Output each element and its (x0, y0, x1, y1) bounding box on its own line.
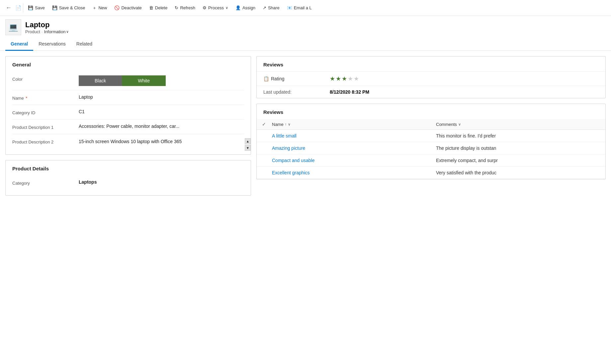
product-desc1-row: Product Description 1 Accessories: Power… (12, 120, 244, 134)
delete-button[interactable]: 🗑 Delete (146, 3, 171, 12)
star-2: ★ (336, 75, 341, 82)
toolbar-divider-1 (23, 3, 23, 13)
save-button[interactable]: 💾 Save (25, 3, 48, 12)
back-button[interactable]: ← (3, 2, 15, 14)
review-name-link[interactable]: Excellent graphics (272, 170, 436, 175)
check-icon: ✓ (262, 122, 266, 127)
review-name-link[interactable]: Amazing picture (272, 145, 436, 151)
process-chevron-icon: ∨ (225, 6, 228, 10)
reviews-summary-card: Reviews 📋 Rating ★ ★ ★ ★ ★ Last (256, 56, 606, 98)
reviews-table-header: ✓ Name ↑ ∨ Comments ∨ (257, 119, 605, 130)
product-details-title: Product Details (6, 160, 251, 175)
save-close-icon: 💾 (52, 5, 57, 10)
name-sort-asc-icon[interactable]: ↑ (285, 122, 287, 126)
rating-stars: ★ ★ ★ ★ ★ (330, 75, 599, 82)
assign-button[interactable]: 👤 Assign (232, 3, 259, 12)
scroll-up-button[interactable]: ▲ (245, 138, 251, 144)
category-id-label: Category ID (12, 109, 79, 115)
toolbar: ← 📄 💾 Save 💾 Save & Close ＋ New 🚫 Deacti… (0, 0, 611, 16)
left-panel: General Color Black White Name (5, 56, 251, 196)
reviews-table-card: Reviews ✓ Name ↑ ∨ Comments ∨ A litt (256, 104, 606, 179)
deactivate-button[interactable]: 🚫 Deactivate (111, 3, 145, 12)
star-3: ★ (342, 75, 347, 82)
header-comments: Comments ∨ (436, 122, 600, 127)
back-icon: ← (6, 4, 12, 11)
breadcrumb-chevron-icon: ∨ (66, 30, 69, 34)
process-icon: ⚙ (203, 5, 207, 10)
review-name-link[interactable]: Compact and usable (272, 158, 436, 163)
color-toggle: Black White (79, 75, 244, 86)
product-details-card: Product Details Category Laptops (5, 160, 251, 196)
general-form: Color Black White Name * Laptop (6, 71, 251, 154)
review-row-item: Compact and usable Extremely compact, an… (257, 154, 605, 167)
category-id-value: C1 (79, 109, 244, 114)
name-sort-desc-icon[interactable]: ∨ (288, 122, 291, 127)
name-value[interactable]: Laptop (79, 94, 244, 100)
refresh-button[interactable]: ↻ Refresh (171, 3, 199, 12)
name-label: Name * (12, 94, 79, 101)
stars-display: ★ ★ ★ ★ ★ (330, 75, 599, 82)
deactivate-label: Deactivate (121, 5, 141, 10)
general-card-title: General (6, 56, 251, 71)
email-icon: 📧 (287, 5, 292, 10)
color-value: Black White (79, 75, 244, 86)
name-required: * (26, 96, 27, 101)
comments-sort-desc-icon[interactable]: ∨ (458, 122, 461, 127)
review-comments: Very satisfied with the produc (436, 170, 600, 175)
reviews-table-body: A little small This monitor is fine. I'd… (257, 130, 605, 179)
color-black-button[interactable]: Black (79, 75, 122, 86)
tabs: General Reservations Related (0, 38, 611, 51)
product-desc1-label: Product Description 1 (12, 124, 79, 130)
save-close-button[interactable]: 💾 Save & Close (49, 3, 89, 12)
tab-related[interactable]: Related (71, 38, 98, 51)
save-label: Save (35, 5, 45, 10)
breadcrumb-separator: · (42, 29, 43, 34)
save-close-label: Save & Close (59, 5, 85, 10)
header-name: Name ↑ ∨ (272, 122, 436, 127)
share-button[interactable]: ↗ Share (259, 3, 283, 12)
tab-general[interactable]: General (5, 38, 33, 51)
general-card: General Color Black White Name (5, 56, 251, 155)
scroll-indicator: ▲ ▼ (245, 138, 251, 151)
category-label: Category (12, 179, 79, 186)
review-row-item: Amazing picture The picture display is o… (257, 142, 605, 154)
breadcrumb: Product · Information ∨ (25, 29, 69, 34)
share-icon: ↗ (263, 5, 266, 10)
refresh-label: Refresh (180, 5, 195, 10)
assign-icon: 👤 (235, 5, 241, 10)
color-white-button[interactable]: White (122, 75, 166, 86)
review-row-item: A little small This monitor is fine. I'd… (257, 130, 605, 142)
new-button[interactable]: ＋ New (89, 3, 110, 13)
record-header: 💻 Laptop Product · Information ∨ (0, 16, 611, 38)
rating-icon: 📋 (263, 76, 269, 81)
scroll-down-button[interactable]: ▼ (245, 145, 251, 151)
review-name-link[interactable]: A little small (272, 133, 436, 138)
product-desc2-row: Product Description 2 15-inch screen Win… (12, 134, 244, 149)
product-desc2-value-wrapper: 15-inch screen Windows 10 laptop with Of… (79, 138, 244, 145)
process-button[interactable]: ⚙ Process ∨ (199, 3, 231, 12)
record-icon: 💻 (5, 19, 21, 35)
product-details-form: Category Laptops (6, 175, 251, 195)
review-comments: Extremely compact, and surpr (436, 158, 600, 163)
new-icon: ＋ (92, 5, 97, 11)
share-label: Share (268, 5, 280, 10)
tab-reservations[interactable]: Reservations (33, 38, 71, 51)
reviews-table-title: Reviews (257, 104, 605, 119)
name-row: Name * Laptop (12, 90, 244, 105)
email-button[interactable]: 📧 Email a L (284, 3, 315, 12)
right-panel: Reviews 📋 Rating ★ ★ ★ ★ ★ Last (256, 56, 606, 179)
review-comments: The picture display is outstan (436, 145, 600, 151)
color-row: Color Black White (12, 71, 244, 90)
category-row: Category Laptops (12, 175, 244, 190)
breadcrumb-info-dropdown[interactable]: Information ∨ (44, 29, 69, 34)
breadcrumb-product: Product (25, 29, 40, 34)
color-label: Color (12, 75, 79, 82)
review-row-item: Excellent graphics Very satisfied with t… (257, 167, 605, 179)
process-label: Process (208, 5, 224, 10)
assign-label: Assign (242, 5, 255, 10)
star-4: ★ (348, 75, 353, 82)
breadcrumb-info-label: Information (44, 29, 65, 34)
delete-icon: 🗑 (149, 5, 153, 10)
record-title: Laptop (25, 21, 69, 29)
delete-label: Delete (155, 5, 168, 10)
